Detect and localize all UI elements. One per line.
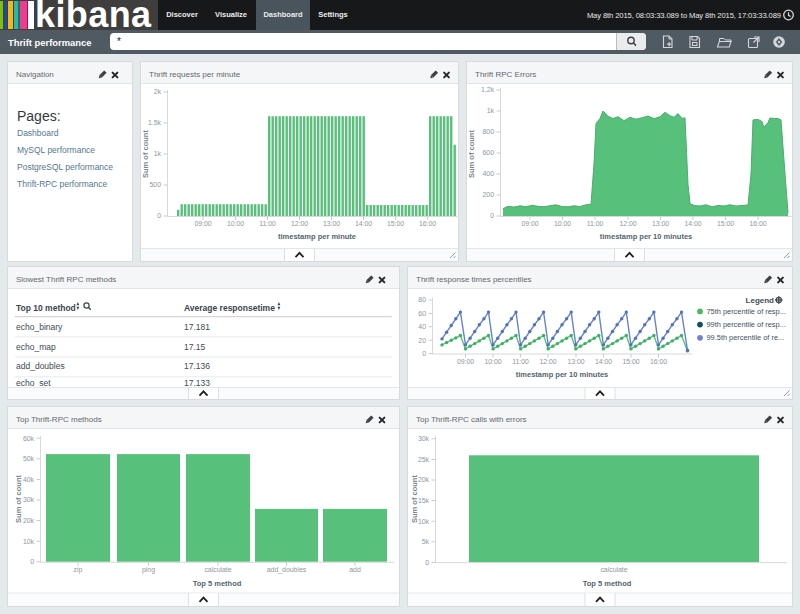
svg-text:10k: 10k bbox=[23, 538, 35, 545]
svg-text:30k: 30k bbox=[23, 496, 35, 503]
svg-text:11:00: 11:00 bbox=[259, 220, 276, 227]
svg-text:echo_set: echo_set bbox=[16, 378, 51, 388]
svg-text:50k: 50k bbox=[23, 455, 35, 462]
svg-text:16:00: 16:00 bbox=[419, 220, 436, 227]
svg-text:0: 0 bbox=[157, 212, 161, 219]
svg-text:Top Thrift-RPC methods: Top Thrift-RPC methods bbox=[16, 415, 102, 424]
svg-text:Top 5 method: Top 5 method bbox=[583, 579, 632, 588]
svg-text:200: 200 bbox=[483, 191, 495, 198]
svg-text:Legend: Legend bbox=[746, 296, 775, 305]
svg-text:Top 10 method: Top 10 method bbox=[16, 303, 76, 313]
svg-text:Pages:: Pages: bbox=[17, 108, 61, 124]
svg-text:99.5th percentile of re...: 99.5th percentile of re... bbox=[707, 333, 785, 342]
svg-text:11:00: 11:00 bbox=[587, 220, 604, 227]
svg-text:Thrift requests per minute: Thrift requests per minute bbox=[149, 70, 241, 79]
svg-text:10:00: 10:00 bbox=[554, 220, 571, 227]
svg-text:40: 40 bbox=[418, 323, 426, 330]
svg-text:13:00: 13:00 bbox=[323, 220, 340, 227]
svg-text:600: 600 bbox=[483, 149, 495, 156]
svg-text:timestamp per 10 minutes: timestamp per 10 minutes bbox=[516, 370, 609, 379]
svg-text:Dashboard: Dashboard bbox=[17, 128, 59, 138]
svg-text:09:00: 09:00 bbox=[194, 220, 211, 227]
svg-text:10:00: 10:00 bbox=[484, 358, 501, 365]
svg-text:20k: 20k bbox=[418, 476, 430, 483]
svg-text:16:00: 16:00 bbox=[650, 358, 667, 365]
svg-text:1.2k: 1.2k bbox=[481, 86, 495, 93]
svg-text:14:00: 14:00 bbox=[684, 220, 701, 227]
svg-text:Top Thrift-RPC calls with erro: Top Thrift-RPC calls with errors bbox=[416, 415, 527, 424]
svg-text:15:00: 15:00 bbox=[387, 220, 404, 227]
svg-text:Sum of count: Sum of count bbox=[141, 130, 150, 178]
svg-text:15k: 15k bbox=[418, 497, 430, 504]
svg-text:17.181: 17.181 bbox=[184, 322, 210, 332]
svg-text:09:00: 09:00 bbox=[457, 358, 474, 365]
svg-text:1k: 1k bbox=[487, 107, 495, 114]
svg-text:0: 0 bbox=[422, 350, 426, 357]
svg-text:14:00: 14:00 bbox=[595, 358, 612, 365]
svg-text:add_doubles: add_doubles bbox=[267, 566, 307, 574]
svg-text:Sum of count: Sum of count bbox=[467, 130, 476, 178]
svg-text:60: 60 bbox=[418, 310, 426, 317]
svg-text:80: 80 bbox=[418, 296, 426, 303]
svg-text:17.136: 17.136 bbox=[184, 361, 210, 371]
svg-text:0: 0 bbox=[30, 558, 34, 565]
svg-text:12:00: 12:00 bbox=[291, 220, 308, 227]
svg-text:calculate: calculate bbox=[600, 566, 627, 573]
svg-text:17.133: 17.133 bbox=[184, 378, 210, 388]
svg-text:calculate: calculate bbox=[204, 566, 231, 573]
svg-text:timestamp per 10 minutes: timestamp per 10 minutes bbox=[600, 232, 693, 241]
svg-text:0: 0 bbox=[490, 212, 494, 219]
svg-text:30k: 30k bbox=[418, 435, 430, 442]
svg-text:10k: 10k bbox=[418, 518, 430, 525]
svg-text:10:00: 10:00 bbox=[227, 220, 244, 227]
svg-text:Sum of count: Sum of count bbox=[14, 475, 23, 523]
svg-text:Navigation: Navigation bbox=[16, 70, 54, 79]
svg-text:Average responsetime: Average responsetime bbox=[184, 303, 275, 313]
svg-text:13:00: 13:00 bbox=[567, 358, 584, 365]
svg-text:Thrift response times percenti: Thrift response times percentiles bbox=[416, 275, 532, 284]
svg-text:09:00: 09:00 bbox=[521, 220, 538, 227]
svg-text:60k: 60k bbox=[23, 435, 35, 442]
svg-text:15:00: 15:00 bbox=[622, 358, 639, 365]
svg-text:MySQL performance: MySQL performance bbox=[17, 145, 95, 155]
svg-text:echo_binary: echo_binary bbox=[16, 322, 63, 332]
svg-text:Thrift-RPC performance: Thrift-RPC performance bbox=[17, 179, 107, 189]
svg-text:add: add bbox=[349, 566, 361, 573]
svg-text:17.15: 17.15 bbox=[184, 342, 206, 352]
svg-text:Top 5 method: Top 5 method bbox=[193, 579, 242, 588]
svg-text:12:00: 12:00 bbox=[619, 220, 636, 227]
svg-text:timestamp per minute: timestamp per minute bbox=[278, 232, 356, 241]
svg-text:800: 800 bbox=[483, 128, 495, 135]
svg-text:Thrift RPC Errors: Thrift RPC Errors bbox=[475, 70, 536, 79]
svg-text:20k: 20k bbox=[23, 517, 35, 524]
svg-text:11:00: 11:00 bbox=[512, 358, 529, 365]
svg-text:1.5k: 1.5k bbox=[148, 119, 162, 126]
svg-text:Slowest Thrift RPC methods: Slowest Thrift RPC methods bbox=[16, 275, 116, 284]
svg-text:1k: 1k bbox=[154, 150, 162, 157]
svg-text:PostgreSQL performance: PostgreSQL performance bbox=[17, 162, 113, 172]
svg-text:20: 20 bbox=[418, 337, 426, 344]
svg-text:25k: 25k bbox=[418, 456, 430, 463]
svg-text:0: 0 bbox=[425, 559, 429, 566]
svg-text:13:00: 13:00 bbox=[652, 220, 669, 227]
svg-text:15:00: 15:00 bbox=[717, 220, 734, 227]
svg-text:echo_map: echo_map bbox=[16, 342, 56, 352]
svg-text:40k: 40k bbox=[23, 476, 35, 483]
svg-text:99th percentile of resp...: 99th percentile of resp... bbox=[707, 320, 786, 329]
svg-text:add_doubles: add_doubles bbox=[16, 361, 65, 371]
svg-text:Sum of count: Sum of count bbox=[410, 475, 419, 523]
svg-text:2k: 2k bbox=[154, 88, 162, 95]
svg-text:75th percentile of resp...: 75th percentile of resp... bbox=[707, 307, 786, 316]
svg-text:500: 500 bbox=[150, 181, 162, 188]
svg-text:ping: ping bbox=[142, 566, 155, 574]
svg-text:12:00: 12:00 bbox=[539, 358, 556, 365]
svg-text:14:00: 14:00 bbox=[355, 220, 372, 227]
svg-text:zip: zip bbox=[74, 566, 83, 574]
svg-text:16:00: 16:00 bbox=[749, 220, 766, 227]
svg-text:5k: 5k bbox=[422, 538, 430, 545]
svg-text:400: 400 bbox=[483, 170, 495, 177]
